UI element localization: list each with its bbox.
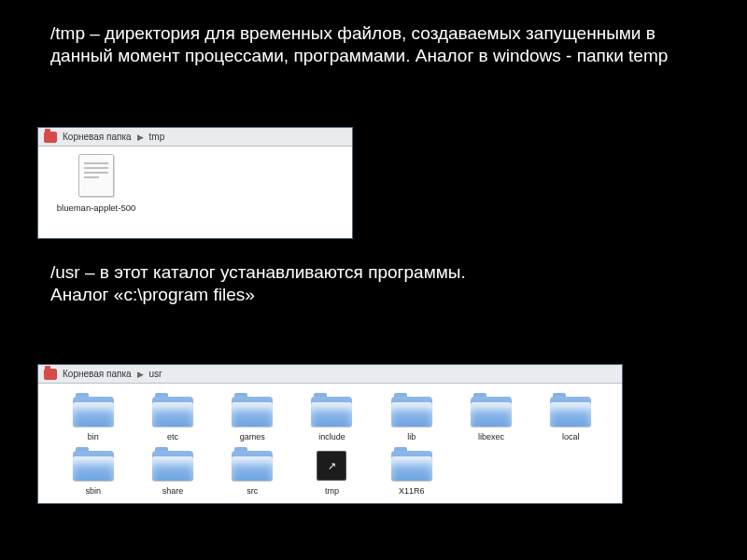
file-manager-tmp-window: Корневая папка ▶ tmp blueman-applet-500	[37, 127, 353, 239]
folder-icon	[152, 451, 193, 481]
folder-icon	[391, 397, 432, 427]
folder-label: tmp	[325, 486, 339, 496]
folder-icon	[391, 451, 432, 481]
folder-item[interactable]: libexec	[451, 397, 530, 441]
folder-label: local	[562, 432, 580, 441]
folder-grid: bin etc games include lib libexec	[49, 391, 614, 497]
folder-icon	[152, 397, 193, 427]
folder-icon	[311, 397, 352, 427]
folder-item[interactable]: share	[133, 451, 212, 496]
folder-label: lib	[407, 432, 416, 441]
folder-item[interactable]: src	[213, 451, 292, 496]
breadcrumb[interactable]: Корневая папка ▶ tmp	[38, 128, 352, 147]
description-tmp: /tmp – директория для временных файлов, …	[50, 22, 691, 68]
folder-label: libexec	[478, 432, 504, 441]
folder-label: bin	[88, 432, 99, 441]
text-file-icon	[78, 154, 114, 197]
folder-item[interactable]: bin	[53, 397, 133, 441]
folder-icon	[550, 397, 591, 427]
breadcrumb[interactable]: Корневая папка ▶ usr	[38, 365, 622, 384]
folder-label: games	[240, 432, 265, 441]
breadcrumb-root[interactable]: Корневая папка	[63, 132, 132, 142]
folder-icon	[471, 397, 512, 427]
folder-item[interactable]: sbin	[53, 451, 133, 496]
folder-icon	[73, 451, 114, 481]
folder-item[interactable]: local	[531, 397, 611, 441]
folder-icon	[73, 397, 114, 427]
window-body: blueman-applet-500	[38, 147, 352, 238]
folder-item[interactable]: games	[213, 397, 292, 441]
chevron-right-icon: ▶	[137, 370, 144, 379]
folder-label: etc	[167, 432, 178, 441]
folder-label: include	[318, 432, 345, 441]
breadcrumb-leaf[interactable]: usr	[149, 369, 162, 379]
description-usr: /usr – в этот каталог устанавливаются пр…	[50, 261, 691, 307]
folder-icon	[232, 397, 273, 427]
folder-item[interactable]: include	[292, 397, 372, 441]
folder-item[interactable]: X11R6	[372, 451, 451, 496]
folder-item[interactable]: etc	[133, 397, 212, 441]
breadcrumb-leaf[interactable]: tmp	[149, 132, 165, 142]
link-folder-icon: ↗	[317, 451, 346, 481]
folder-label: X11R6	[399, 486, 425, 496]
folder-label: sbin	[85, 486, 101, 496]
chevron-right-icon: ▶	[137, 133, 144, 142]
folder-label: share	[162, 486, 184, 496]
file-manager-usr-window: Корневая папка ▶ usr bin etc games inclu…	[37, 364, 623, 504]
root-folder-icon	[44, 132, 57, 143]
folder-item[interactable]: lib	[372, 397, 451, 441]
file-item[interactable]: blueman-applet-500	[49, 154, 143, 213]
folder-label: src	[247, 486, 258, 496]
breadcrumb-root[interactable]: Корневая папка	[63, 369, 132, 379]
root-folder-icon	[44, 369, 57, 380]
folder-icon	[232, 451, 273, 481]
file-label: blueman-applet-500	[57, 203, 136, 213]
window-body: bin etc games include lib libexec	[38, 384, 622, 503]
folder-item-tmp[interactable]: ↗ tmp	[292, 451, 372, 496]
